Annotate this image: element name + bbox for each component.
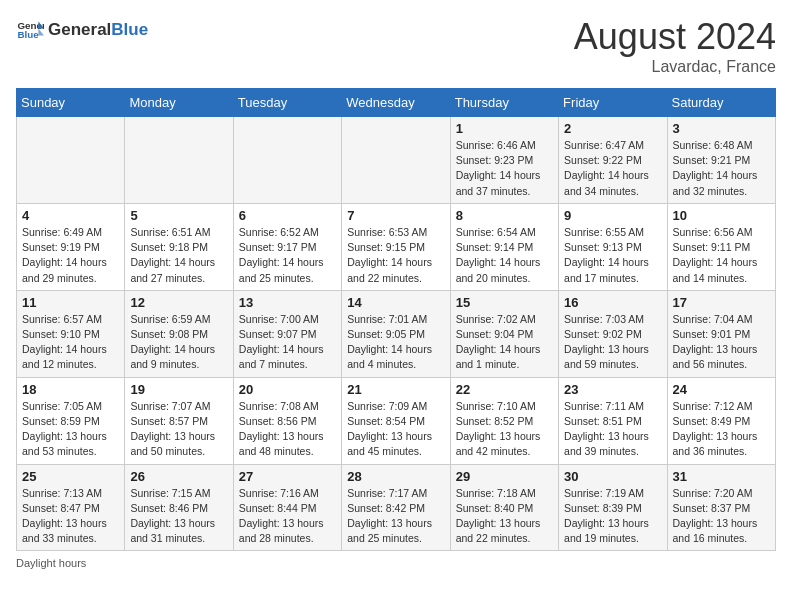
day-info: Sunrise: 7:00 AM Sunset: 9:07 PM Dayligh… (239, 312, 336, 373)
col-header-friday: Friday (559, 89, 667, 117)
day-info: Sunrise: 7:19 AM Sunset: 8:39 PM Dayligh… (564, 486, 661, 547)
day-number: 26 (130, 469, 227, 484)
day-info: Sunrise: 6:46 AM Sunset: 9:23 PM Dayligh… (456, 138, 553, 199)
day-info: Sunrise: 7:10 AM Sunset: 8:52 PM Dayligh… (456, 399, 553, 460)
calendar-cell: 26Sunrise: 7:15 AM Sunset: 8:46 PM Dayli… (125, 464, 233, 551)
calendar-cell: 4Sunrise: 6:49 AM Sunset: 9:19 PM Daylig… (17, 203, 125, 290)
day-info: Sunrise: 7:15 AM Sunset: 8:46 PM Dayligh… (130, 486, 227, 547)
day-info: Sunrise: 7:07 AM Sunset: 8:57 PM Dayligh… (130, 399, 227, 460)
day-number: 10 (673, 208, 770, 223)
day-number: 24 (673, 382, 770, 397)
day-number: 30 (564, 469, 661, 484)
calendar-cell: 9Sunrise: 6:55 AM Sunset: 9:13 PM Daylig… (559, 203, 667, 290)
day-info: Sunrise: 7:16 AM Sunset: 8:44 PM Dayligh… (239, 486, 336, 547)
day-number: 13 (239, 295, 336, 310)
day-info: Sunrise: 6:47 AM Sunset: 9:22 PM Dayligh… (564, 138, 661, 199)
week-row-5: 25Sunrise: 7:13 AM Sunset: 8:47 PM Dayli… (17, 464, 776, 551)
calendar-cell: 10Sunrise: 6:56 AM Sunset: 9:11 PM Dayli… (667, 203, 775, 290)
day-number: 14 (347, 295, 444, 310)
col-header-tuesday: Tuesday (233, 89, 341, 117)
day-number: 12 (130, 295, 227, 310)
calendar-cell: 29Sunrise: 7:18 AM Sunset: 8:40 PM Dayli… (450, 464, 558, 551)
title-area: August 2024 Lavardac, France (574, 16, 776, 76)
day-info: Sunrise: 6:51 AM Sunset: 9:18 PM Dayligh… (130, 225, 227, 286)
day-number: 9 (564, 208, 661, 223)
calendar-cell: 15Sunrise: 7:02 AM Sunset: 9:04 PM Dayli… (450, 290, 558, 377)
day-info: Sunrise: 7:11 AM Sunset: 8:51 PM Dayligh… (564, 399, 661, 460)
day-info: Sunrise: 7:05 AM Sunset: 8:59 PM Dayligh… (22, 399, 119, 460)
calendar-cell: 31Sunrise: 7:20 AM Sunset: 8:37 PM Dayli… (667, 464, 775, 551)
calendar-cell: 8Sunrise: 6:54 AM Sunset: 9:14 PM Daylig… (450, 203, 558, 290)
calendar-cell (233, 117, 341, 204)
day-number: 8 (456, 208, 553, 223)
logo-icon: General Blue (16, 16, 44, 44)
svg-text:Blue: Blue (17, 29, 39, 40)
header-row: SundayMondayTuesdayWednesdayThursdayFrid… (17, 89, 776, 117)
day-number: 20 (239, 382, 336, 397)
week-row-2: 4Sunrise: 6:49 AM Sunset: 9:19 PM Daylig… (17, 203, 776, 290)
day-info: Sunrise: 7:04 AM Sunset: 9:01 PM Dayligh… (673, 312, 770, 373)
calendar-cell: 14Sunrise: 7:01 AM Sunset: 9:05 PM Dayli… (342, 290, 450, 377)
daylight-label: Daylight hours (16, 557, 86, 569)
calendar-cell: 12Sunrise: 6:59 AM Sunset: 9:08 PM Dayli… (125, 290, 233, 377)
col-header-monday: Monday (125, 89, 233, 117)
day-number: 22 (456, 382, 553, 397)
calendar-table: SundayMondayTuesdayWednesdayThursdayFrid… (16, 88, 776, 551)
week-row-3: 11Sunrise: 6:57 AM Sunset: 9:10 PM Dayli… (17, 290, 776, 377)
day-number: 2 (564, 121, 661, 136)
day-number: 11 (22, 295, 119, 310)
calendar-cell: 23Sunrise: 7:11 AM Sunset: 8:51 PM Dayli… (559, 377, 667, 464)
week-row-4: 18Sunrise: 7:05 AM Sunset: 8:59 PM Dayli… (17, 377, 776, 464)
day-number: 17 (673, 295, 770, 310)
day-number: 28 (347, 469, 444, 484)
day-info: Sunrise: 6:54 AM Sunset: 9:14 PM Dayligh… (456, 225, 553, 286)
day-number: 5 (130, 208, 227, 223)
month-year: August 2024 (574, 16, 776, 58)
day-number: 19 (130, 382, 227, 397)
calendar-cell: 18Sunrise: 7:05 AM Sunset: 8:59 PM Dayli… (17, 377, 125, 464)
calendar-cell (342, 117, 450, 204)
day-number: 7 (347, 208, 444, 223)
day-info: Sunrise: 6:52 AM Sunset: 9:17 PM Dayligh… (239, 225, 336, 286)
day-number: 23 (564, 382, 661, 397)
calendar-cell: 5Sunrise: 6:51 AM Sunset: 9:18 PM Daylig… (125, 203, 233, 290)
calendar-cell (125, 117, 233, 204)
location: Lavardac, France (574, 58, 776, 76)
col-header-wednesday: Wednesday (342, 89, 450, 117)
col-header-sunday: Sunday (17, 89, 125, 117)
day-number: 4 (22, 208, 119, 223)
calendar-cell: 19Sunrise: 7:07 AM Sunset: 8:57 PM Dayli… (125, 377, 233, 464)
day-number: 3 (673, 121, 770, 136)
day-info: Sunrise: 6:57 AM Sunset: 9:10 PM Dayligh… (22, 312, 119, 373)
calendar-cell: 25Sunrise: 7:13 AM Sunset: 8:47 PM Dayli… (17, 464, 125, 551)
day-info: Sunrise: 6:59 AM Sunset: 9:08 PM Dayligh… (130, 312, 227, 373)
logo-general: General (48, 20, 111, 39)
calendar-cell: 11Sunrise: 6:57 AM Sunset: 9:10 PM Dayli… (17, 290, 125, 377)
day-number: 16 (564, 295, 661, 310)
day-number: 6 (239, 208, 336, 223)
day-number: 27 (239, 469, 336, 484)
day-info: Sunrise: 7:02 AM Sunset: 9:04 PM Dayligh… (456, 312, 553, 373)
day-info: Sunrise: 6:48 AM Sunset: 9:21 PM Dayligh… (673, 138, 770, 199)
calendar-cell: 1Sunrise: 6:46 AM Sunset: 9:23 PM Daylig… (450, 117, 558, 204)
col-header-thursday: Thursday (450, 89, 558, 117)
day-info: Sunrise: 7:03 AM Sunset: 9:02 PM Dayligh… (564, 312, 661, 373)
day-info: Sunrise: 6:56 AM Sunset: 9:11 PM Dayligh… (673, 225, 770, 286)
day-number: 29 (456, 469, 553, 484)
week-row-1: 1Sunrise: 6:46 AM Sunset: 9:23 PM Daylig… (17, 117, 776, 204)
day-number: 15 (456, 295, 553, 310)
footer: Daylight hours (16, 557, 776, 569)
calendar-cell: 16Sunrise: 7:03 AM Sunset: 9:02 PM Dayli… (559, 290, 667, 377)
day-info: Sunrise: 7:12 AM Sunset: 8:49 PM Dayligh… (673, 399, 770, 460)
day-number: 31 (673, 469, 770, 484)
day-info: Sunrise: 7:09 AM Sunset: 8:54 PM Dayligh… (347, 399, 444, 460)
day-info: Sunrise: 6:49 AM Sunset: 9:19 PM Dayligh… (22, 225, 119, 286)
day-info: Sunrise: 7:17 AM Sunset: 8:42 PM Dayligh… (347, 486, 444, 547)
logo: General Blue GeneralBlue (16, 16, 148, 44)
calendar-cell: 6Sunrise: 6:52 AM Sunset: 9:17 PM Daylig… (233, 203, 341, 290)
calendar-cell (17, 117, 125, 204)
calendar-cell: 17Sunrise: 7:04 AM Sunset: 9:01 PM Dayli… (667, 290, 775, 377)
day-number: 25 (22, 469, 119, 484)
calendar-cell: 27Sunrise: 7:16 AM Sunset: 8:44 PM Dayli… (233, 464, 341, 551)
header: General Blue GeneralBlue August 2024 Lav… (16, 16, 776, 76)
